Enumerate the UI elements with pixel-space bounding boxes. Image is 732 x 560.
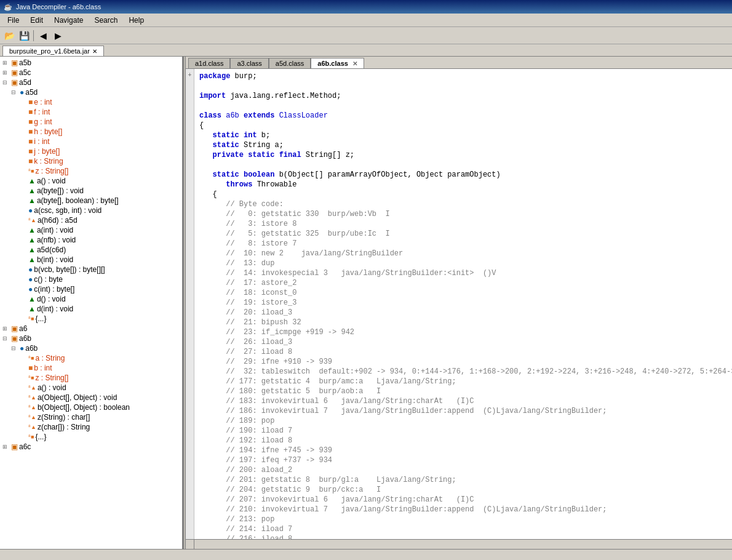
- tree-item-a6b-z-str[interactable]: ⁸▲z(String) : char[]: [0, 412, 182, 422]
- title-bar-icon: ☕: [4, 3, 12, 11]
- status-bar: [0, 549, 732, 560]
- tree-item-a6b-pkg[interactable]: ⊟ ▣ a6b: [0, 334, 182, 343]
- tree-item-a6b-z-char[interactable]: ⁸▲z(char[]) : String: [0, 422, 182, 432]
- toolbar-save-btn[interactable]: 💾: [17, 29, 31, 42]
- tree-label-a6c: a6c: [19, 442, 31, 451]
- tree-label-a6b-b-obj: b(Object[], Object) : boolean: [38, 403, 130, 412]
- tree-item-a6b-a-obj[interactable]: ⁸▲a(Object[], Object) : void: [0, 393, 182, 402]
- menu-search[interactable]: Search: [89, 15, 122, 26]
- code-panel: + package burp; import java.lang.reflect…: [186, 69, 732, 539]
- tree-label-a6b-static: {...}: [35, 433, 46, 441]
- tab-a3[interactable]: a3.class: [230, 58, 268, 68]
- tree-item-b-vcb[interactable]: ●b(vcb, byte[]) : byte[][]: [0, 265, 182, 274]
- tree-label-a-byte-bool: a(byte[], boolean) : byte[]: [37, 196, 119, 205]
- sidebar: ⊞ ▣ a5b ⊞ ▣ a5c ⊟ ▣: [0, 57, 183, 549]
- tree-item-a6b-a-void[interactable]: ⁸▲a() : void: [0, 383, 182, 393]
- tree-item-a-void[interactable]: ▲a() : void: [0, 176, 182, 186]
- tree-item-k[interactable]: ■k : String: [0, 156, 182, 166]
- tree-item-a6b-a-str[interactable]: ⁸■a : String: [0, 353, 182, 363]
- h-scrollbar[interactable]: [194, 540, 722, 550]
- tab-a6b[interactable]: a6b.class ✕: [311, 58, 364, 68]
- tree-item-a-int[interactable]: ▲a(int) : void: [0, 225, 182, 235]
- icon-method-b-vcb: ●: [28, 265, 33, 274]
- tree-item-c-int[interactable]: ●c(int) : byte[]: [0, 284, 182, 294]
- tab-a5d[interactable]: a5d.class: [269, 58, 311, 68]
- tree-item-a-nfb[interactable]: ▲a(nfb) : void: [0, 235, 182, 245]
- tree-item-a6b-class[interactable]: ⊟ ● a6b: [0, 343, 182, 353]
- tree-label-a-csc: a(csc, sgb, int) : void: [34, 206, 101, 215]
- tree-label-a6b-a-void: a() : void: [38, 383, 66, 392]
- tree-arrow-a6b-class: ⊟: [11, 345, 20, 351]
- icon-a5c: ▣: [11, 68, 18, 77]
- toolbar-back-btn[interactable]: ◀: [36, 29, 50, 42]
- tree-item-a5d-class[interactable]: ⊟ ● a5d: [0, 87, 182, 97]
- tree-item-j[interactable]: ■j : byte[]: [0, 146, 182, 156]
- icon-method-c: ●: [28, 275, 33, 284]
- bottom-scroll: [186, 539, 732, 549]
- tab-a5d-label: a5d.class: [276, 60, 304, 67]
- tree-arrow-a5c: ⊞: [2, 70, 11, 76]
- icon-a6c: ▣: [11, 442, 18, 451]
- tree-item-a6c[interactable]: ⊞ ▣ a6c: [0, 442, 182, 452]
- tree-label-d-void: d() : void: [37, 295, 66, 303]
- tree-item-b-int[interactable]: ▲b(int) : void: [0, 255, 182, 265]
- title-bar: ☕ Java Decompiler - a6b.class: [0, 0, 732, 14]
- tree-item-a-h6d[interactable]: ⁸▲a(h6d) : a5d: [0, 215, 182, 225]
- menu-edit[interactable]: Edit: [25, 15, 48, 26]
- expand-marker[interactable]: +: [188, 71, 192, 78]
- tree-label-f: f : int: [34, 108, 50, 116]
- tree-item-a5c[interactable]: ⊞ ▣ a5c: [0, 68, 182, 78]
- icon-static-a-h6d: ⁸▲: [28, 217, 36, 223]
- tree-item-g[interactable]: ■g : int: [0, 117, 182, 127]
- tree-label-a-byte: a(byte[]) : void: [37, 186, 84, 195]
- menu-help[interactable]: Help: [124, 15, 149, 26]
- main-container: burpsuite_pro_v1.6beta.jar ✕ ⊞ ▣ a5b: [0, 44, 732, 560]
- content-area: ⊞ ▣ a5b ⊞ ▣ a5c ⊟ ▣: [0, 57, 732, 549]
- tree-item-z-a5d[interactable]: ⁸■z : String[]: [0, 166, 182, 176]
- tree-item-a6b-b-obj[interactable]: ⁸▲b(Object[], Object) : boolean: [0, 402, 182, 412]
- tree-item-a5b[interactable]: ⊞ ▣ a5b: [0, 58, 182, 68]
- tree-item-a6b-z[interactable]: ⁸■z : String[]: [0, 373, 182, 383]
- outer-tab-close[interactable]: ✕: [92, 48, 97, 55]
- tree-item-a6[interactable]: ⊞ ▣ a6: [0, 324, 182, 334]
- tree-item-a5d-pkg[interactable]: ⊟ ▣ a5d: [0, 78, 182, 87]
- tree-item-a6b-b[interactable]: ■b : int: [0, 363, 182, 373]
- tree-item-h[interactable]: ■h : byte[]: [0, 127, 182, 137]
- toolbar-forward-btn[interactable]: ▶: [51, 29, 65, 42]
- tree-item-a-csc[interactable]: ●a(csc, sgb, int) : void: [0, 206, 182, 215]
- code-scroll[interactable]: package burp; import java.lang.reflect.M…: [194, 69, 732, 539]
- menu-file[interactable]: File: [2, 15, 24, 26]
- menu-navigate[interactable]: Navigate: [49, 15, 88, 26]
- tree-item-a5d-c6d[interactable]: ▲a5d(c6d): [0, 245, 182, 255]
- tree-label-b-vcb: b(vcb, byte[]) : byte[][]: [34, 265, 105, 274]
- tree-item-d-int[interactable]: ▲d(int) : void: [0, 304, 182, 314]
- tree-item-d-void[interactable]: ▲d() : void: [0, 294, 182, 304]
- icon-method-b-int: ▲: [28, 255, 36, 264]
- sidebar-scroll[interactable]: ⊞ ▣ a5b ⊞ ▣ a5c ⊟ ▣: [0, 57, 182, 549]
- tree-item-f[interactable]: ■f : int: [0, 107, 182, 117]
- tree-item-i[interactable]: ■i : int: [0, 137, 182, 146]
- tree-label-j: j : byte[]: [34, 147, 60, 156]
- tab-a1d[interactable]: a1d.class: [188, 58, 230, 68]
- tree-item-a6b-static[interactable]: ⁸■{...}: [0, 432, 182, 442]
- tree-item-e[interactable]: ■e : int: [0, 97, 182, 107]
- outer-tab-jar[interactable]: burpsuite_pro_v1.6beta.jar ✕: [2, 46, 104, 56]
- tree-label-a6b-a: a : String: [35, 354, 65, 362]
- icon-a6b-class: ●: [20, 344, 24, 353]
- tree-label-a-void: a() : void: [37, 177, 66, 185]
- tree-item-c-void[interactable]: ●c() : byte: [0, 274, 182, 284]
- tree-arrow-a6b-pkg: ⊟: [2, 335, 11, 342]
- tree-label-a6b-z: z : String[]: [35, 374, 68, 382]
- tree-label-static-a5d: {...}: [35, 314, 46, 323]
- tree-item-a-byte[interactable]: ▲a(byte[]) : void: [0, 186, 182, 196]
- toolbar-open-btn[interactable]: 📂: [2, 29, 16, 42]
- tree-label-a6b-z-str: z(String) : char[]: [38, 413, 90, 422]
- icon-field-i: ■: [28, 137, 33, 146]
- icon-a5d-pkg: ▣: [11, 78, 18, 87]
- tree-label-g: g : int: [34, 118, 52, 126]
- tree-item-a-byte-bool[interactable]: ▲a(byte[], boolean) : byte[]: [0, 196, 182, 206]
- tree-label-a5c: a5c: [19, 68, 31, 77]
- tree-item-static-a5d[interactable]: ⁸■{...}: [0, 314, 182, 324]
- tab-a6b-close[interactable]: ✕: [352, 60, 357, 67]
- tree-arrow-a6: ⊞: [2, 326, 11, 332]
